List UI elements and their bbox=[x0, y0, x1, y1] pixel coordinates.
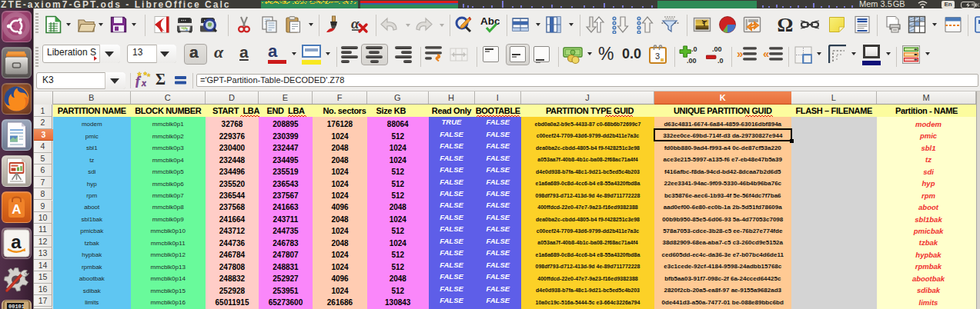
svg-text:»: » bbox=[737, 47, 743, 60]
svg-text:A: A bbox=[12, 202, 21, 217]
svg-text:3: 3 bbox=[655, 52, 660, 61]
svg-text:x: x bbox=[141, 78, 146, 88]
svg-text:«: « bbox=[763, 47, 769, 60]
svg-text:.0: .0 bbox=[691, 45, 697, 53]
svg-text:a: a bbox=[11, 231, 22, 252]
svg-text:Ω: Ω bbox=[778, 15, 794, 35]
svg-text:.00: .00 bbox=[712, 45, 722, 53]
svg-text:00101: 00101 bbox=[8, 304, 25, 309]
svg-text:.00: .00 bbox=[687, 57, 697, 65]
svg-text:.0: .0 bbox=[717, 57, 724, 65]
svg-text:α: α bbox=[351, 15, 360, 32]
